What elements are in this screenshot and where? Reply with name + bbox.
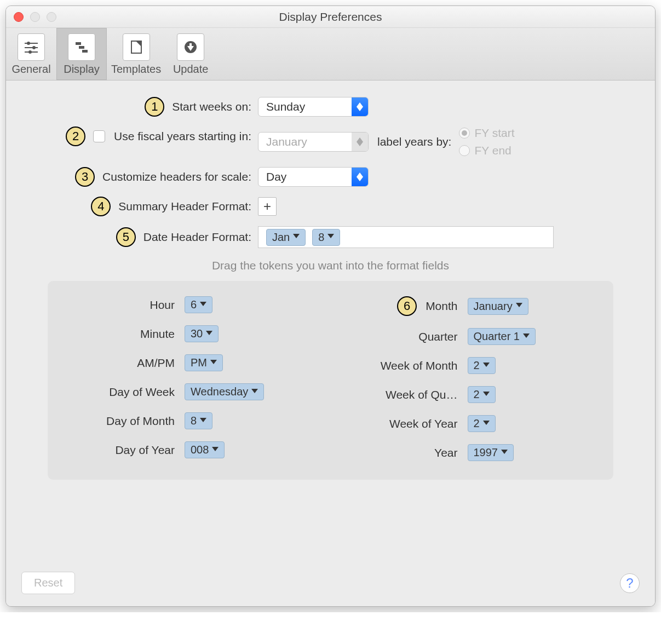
add-summary-header-button[interactable]: + bbox=[258, 197, 277, 216]
svg-marker-31 bbox=[483, 421, 490, 425]
token-quarter[interactable]: Quarter 1 bbox=[468, 328, 536, 345]
chevron-down-icon bbox=[200, 418, 206, 424]
svg-point-1 bbox=[27, 42, 30, 45]
traffic-lights bbox=[14, 12, 56, 22]
preferences-window: Display Preferences General Display Temp… bbox=[5, 5, 656, 607]
svg-marker-13 bbox=[357, 102, 363, 107]
summary-header-label: Summary Header Format: bbox=[118, 200, 251, 213]
svg-point-5 bbox=[28, 50, 32, 54]
radio-icon bbox=[459, 128, 470, 139]
toolbar-item-label: General bbox=[12, 63, 50, 76]
chevron-down-icon bbox=[483, 363, 490, 369]
svg-marker-24 bbox=[251, 389, 258, 393]
dayofmonth-label: Day of Month bbox=[70, 415, 185, 428]
svg-rect-6 bbox=[76, 42, 81, 45]
maximize-icon[interactable] bbox=[47, 12, 56, 22]
start-weeks-on-select[interactable]: Sunday bbox=[258, 97, 369, 117]
quarter-label: Quarter bbox=[342, 330, 468, 343]
drag-hint: Drag the tokens you want into the format… bbox=[17, 259, 644, 272]
svg-rect-7 bbox=[79, 46, 84, 49]
chevron-down-icon bbox=[501, 450, 508, 456]
customize-scale-value: Day bbox=[258, 168, 352, 186]
titlebar: Display Preferences bbox=[6, 6, 655, 28]
token-dayofyear[interactable]: 008 bbox=[185, 441, 225, 458]
download-icon bbox=[177, 33, 204, 61]
token-dayofmonth[interactable]: 8 bbox=[185, 412, 212, 429]
toolbar-item-display[interactable]: Display bbox=[56, 28, 107, 80]
svg-marker-28 bbox=[523, 334, 530, 338]
token-palette: Hour6 Minute30 AM/PMPM Day of WeekWednes… bbox=[48, 281, 613, 480]
close-icon[interactable] bbox=[14, 12, 24, 22]
chevron-up-down-icon bbox=[352, 133, 368, 151]
dayofyear-label: Day of Year bbox=[70, 444, 185, 457]
token-year[interactable]: 1997 bbox=[468, 444, 514, 461]
fiscal-month-value: January bbox=[258, 133, 352, 151]
annotation-4: 4 bbox=[91, 197, 111, 216]
token-weekofyear[interactable]: 2 bbox=[468, 415, 496, 432]
chevron-down-icon bbox=[206, 331, 212, 337]
chevron-down-icon bbox=[210, 360, 217, 366]
token-day[interactable]: 8 bbox=[312, 229, 340, 246]
fy-end-radio[interactable]: FY end bbox=[459, 144, 514, 157]
svg-marker-22 bbox=[206, 331, 212, 335]
annotation-5: 5 bbox=[116, 227, 136, 247]
start-weeks-on-label: Start weeks on: bbox=[172, 100, 251, 113]
use-fiscal-checkbox[interactable] bbox=[93, 130, 105, 142]
hour-label: Hour bbox=[70, 298, 185, 312]
annotation-3: 3 bbox=[75, 167, 95, 187]
date-header-label: Date Header Format: bbox=[143, 231, 251, 244]
footer: Reset ? bbox=[21, 572, 640, 594]
svg-marker-25 bbox=[200, 418, 206, 422]
customize-headers-label: Customize headers for scale: bbox=[102, 170, 251, 183]
toolbar-item-general[interactable]: General bbox=[6, 28, 56, 80]
minimize-icon[interactable] bbox=[30, 12, 40, 22]
token-month-full[interactable]: January bbox=[468, 298, 528, 315]
toolbar-item-label: Update bbox=[173, 63, 209, 76]
fy-start-label: FY start bbox=[474, 127, 514, 140]
fy-start-radio[interactable]: FY start bbox=[459, 127, 514, 140]
chevron-down-icon bbox=[293, 234, 300, 240]
svg-marker-29 bbox=[483, 363, 490, 367]
reset-button[interactable]: Reset bbox=[21, 572, 75, 594]
token-minute[interactable]: 30 bbox=[185, 325, 219, 342]
svg-rect-8 bbox=[82, 50, 88, 53]
toolbar-item-label: Templates bbox=[111, 63, 161, 76]
token-column-left: Hour6 Minute30 AM/PMPM Day of WeekWednes… bbox=[70, 296, 320, 461]
year-label: Year bbox=[342, 446, 468, 459]
customize-scale-select[interactable]: Day bbox=[258, 167, 369, 187]
chevron-down-icon bbox=[200, 302, 206, 308]
toolbar-item-templates[interactable]: Templates bbox=[107, 28, 165, 80]
start-weeks-on-value: Sunday bbox=[258, 97, 352, 116]
svg-marker-20 bbox=[327, 234, 334, 238]
help-icon: ? bbox=[626, 576, 633, 591]
minute-label: Minute bbox=[70, 327, 185, 341]
token-dayofweek[interactable]: Wednesday bbox=[185, 383, 264, 400]
annotation-2: 2 bbox=[66, 127, 85, 146]
steps-icon bbox=[68, 33, 95, 61]
chevron-down-icon bbox=[251, 389, 258, 395]
token-column-right: 6 Month January QuarterQuarter 1 Week of… bbox=[342, 296, 592, 461]
token-month[interactable]: Jan bbox=[266, 229, 306, 246]
date-header-format-field[interactable]: Jan 8 bbox=[258, 226, 554, 248]
token-weekofquarter[interactable]: 2 bbox=[468, 386, 496, 403]
weekofyear-label: Week of Year bbox=[342, 417, 468, 430]
plus-icon: + bbox=[263, 199, 271, 214]
content-area: 1 Start weeks on: Sunday 2 Use fiscal ye… bbox=[6, 81, 655, 606]
token-hour[interactable]: 6 bbox=[185, 296, 212, 313]
fiscal-month-select[interactable]: January bbox=[258, 132, 369, 152]
token-ampm[interactable]: PM bbox=[185, 354, 223, 371]
ampm-label: AM/PM bbox=[70, 357, 185, 370]
toolbar-item-update[interactable]: Update bbox=[165, 28, 216, 80]
chevron-down-icon bbox=[523, 334, 530, 340]
svg-marker-16 bbox=[357, 142, 363, 146]
svg-marker-18 bbox=[357, 177, 363, 181]
month-label: Month bbox=[426, 300, 457, 313]
help-button[interactable]: ? bbox=[620, 573, 640, 593]
toolbar-item-label: Display bbox=[64, 63, 100, 76]
chevron-down-icon bbox=[212, 447, 219, 453]
template-icon bbox=[123, 33, 150, 61]
token-weekofmonth[interactable]: 2 bbox=[468, 357, 496, 374]
radio-icon bbox=[459, 145, 470, 156]
use-fiscal-label: Use fiscal years starting in: bbox=[114, 130, 251, 143]
chevron-down-icon bbox=[483, 392, 490, 398]
